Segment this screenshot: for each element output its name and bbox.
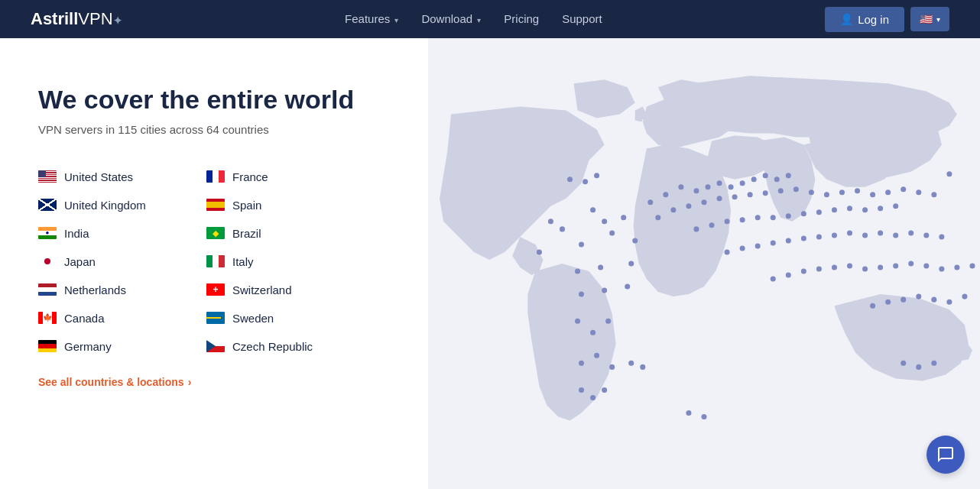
server-dot (878, 265, 883, 270)
see-all-link[interactable]: See all countries & locations › (38, 376, 191, 388)
login-button[interactable]: 👤 Log in (825, 7, 904, 32)
server-dot (847, 206, 852, 211)
server-dot (900, 361, 906, 366)
server-dot (771, 277, 776, 282)
see-all-arrow: › (188, 376, 192, 388)
server-dot (748, 192, 753, 197)
server-dot (755, 215, 761, 220)
server-dot (786, 213, 791, 219)
download-arrow: ▾ (477, 16, 481, 24)
chat-button[interactable] (926, 436, 965, 474)
country-flag (38, 255, 57, 267)
server-dot (931, 361, 936, 366)
country-item: Germany (38, 332, 206, 361)
server-dot (663, 192, 668, 197)
server-dot (590, 330, 595, 335)
server-dot (560, 226, 565, 232)
server-dot (774, 176, 780, 182)
country-grid: United States France United Kingdom Spai… (38, 163, 390, 361)
server-dot (809, 189, 814, 195)
server-dot (939, 267, 944, 272)
server-dot (582, 179, 588, 184)
server-dot (537, 249, 542, 254)
server-dot (916, 189, 921, 195)
country-flag (38, 312, 57, 324)
country-item: Czech Republic (206, 332, 375, 361)
country-selector[interactable]: 🇺🇸 ▾ (910, 7, 949, 31)
server-dot (793, 186, 799, 192)
server-dot (647, 199, 653, 205)
server-dot (740, 180, 745, 186)
country-flag (206, 227, 225, 239)
country-name: United States (64, 170, 133, 183)
nav-download[interactable]: Download ▾ (421, 12, 481, 26)
server-dot (740, 245, 745, 251)
server-dot (824, 192, 829, 197)
server-dot (786, 273, 791, 278)
logo: AstrillVPN✦ (31, 9, 122, 29)
server-dot (655, 215, 660, 220)
world-map (428, 38, 980, 489)
server-dot (567, 176, 573, 182)
logo-vpn: VPN (78, 9, 112, 28)
nav-links: Features ▾ Download ▾ Pricing Support (345, 12, 602, 26)
server-dot (605, 319, 611, 324)
map-container (428, 38, 980, 489)
nav-features[interactable]: Features ▾ (345, 12, 398, 26)
server-dot (778, 188, 784, 193)
country-item: Sweden (206, 304, 375, 332)
server-dot (839, 189, 845, 195)
server-dot (908, 230, 913, 235)
server-dot (870, 303, 875, 309)
server-dot (786, 173, 791, 178)
server-dot (900, 186, 906, 192)
country-flag (206, 340, 225, 352)
server-dot (878, 230, 883, 235)
server-dot (609, 364, 615, 370)
server-dot (740, 217, 745, 222)
country-name: India (64, 227, 89, 240)
server-dot (751, 176, 757, 182)
country-name: Brazil (232, 227, 261, 240)
server-dot (640, 364, 645, 370)
server-dot (862, 267, 868, 272)
country-item: Canada (38, 304, 206, 332)
country-name: Italy (232, 255, 254, 268)
country-name: Japan (64, 255, 96, 268)
map-continents (440, 76, 972, 420)
server-dot (590, 395, 595, 400)
server-dot (885, 300, 891, 305)
country-name: Spain (232, 199, 261, 212)
server-dot (832, 232, 837, 238)
server-dot (579, 387, 584, 393)
server-dot (763, 173, 768, 178)
country-name: Switzerland (232, 283, 292, 296)
server-dot (548, 219, 553, 224)
server-dot (847, 230, 852, 235)
country-name: United Kingdom (64, 199, 146, 212)
server-dot (602, 288, 607, 293)
server-dot (579, 292, 584, 297)
server-dot (686, 410, 691, 416)
server-dot (916, 294, 921, 300)
nav-support[interactable]: Support (562, 12, 602, 26)
see-all-label: See all countries & locations (38, 376, 184, 388)
server-dot (870, 192, 875, 197)
country-name: Canada (64, 312, 105, 325)
server-dot (693, 188, 699, 193)
server-dot (816, 209, 822, 215)
server-dot (693, 226, 699, 232)
server-dot (771, 240, 776, 245)
country-flag (206, 170, 225, 183)
server-dot (729, 184, 734, 189)
server-dot (862, 207, 868, 212)
nav-right: 👤 Log in 🇺🇸 ▾ (825, 7, 949, 32)
server-dot (602, 387, 607, 393)
country-name: Germany (64, 340, 112, 353)
server-dot (621, 215, 626, 220)
server-dot (590, 207, 595, 212)
server-dot (954, 265, 959, 270)
country-item: India (38, 219, 206, 248)
user-icon: 👤 (840, 13, 853, 25)
nav-pricing[interactable]: Pricing (504, 12, 539, 26)
